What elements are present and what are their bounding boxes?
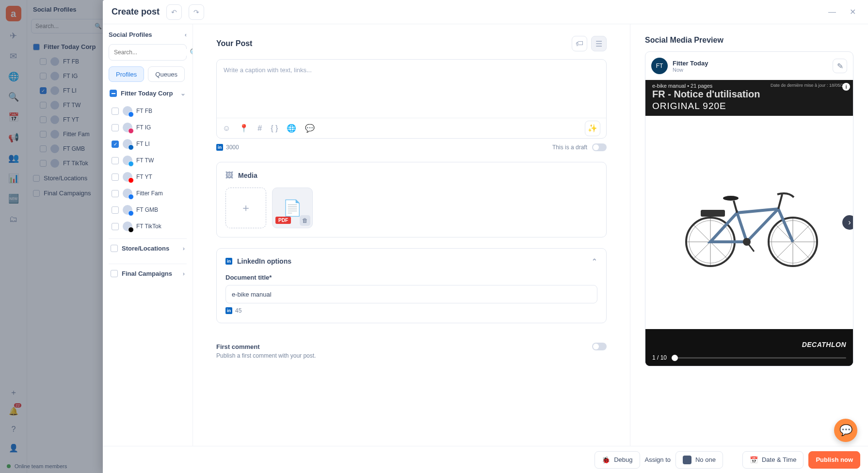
- link-icon[interactable]: 🌐: [287, 124, 296, 133]
- document-title-input[interactable]: [225, 285, 597, 303]
- profile-ft-li[interactable]: FT LI: [111, 138, 187, 150]
- svg-line-9: [694, 225, 710, 242]
- first-comment-toggle[interactable]: [592, 343, 607, 350]
- image-icon: 🖼: [225, 171, 233, 180]
- hashtag-icon[interactable]: #: [257, 124, 262, 133]
- emoji-icon[interactable]: ☺: [223, 124, 230, 133]
- draft-toggle[interactable]: [592, 143, 607, 151]
- svg-point-21: [723, 196, 739, 201]
- profile-ft-yt[interactable]: FT YT: [111, 171, 187, 183]
- preview-doc-date: Date de dernière mise à jour : 18/05/20: [771, 83, 846, 89]
- assignee-avatar-icon: [683, 456, 691, 464]
- linkedin-options-card: in LinkedIn options ⌃ Document title* in…: [216, 248, 607, 323]
- pdf-badge: PDF: [275, 217, 291, 224]
- preview-avatar: FT: [651, 58, 668, 74]
- profile-fitter-fam[interactable]: Fitter Fam: [111, 187, 187, 200]
- profiles-list: FT FB FT IG FT LI FT TW FT YT Fitter Fam…: [109, 105, 187, 233]
- first-comment-card: First comment Publish a first comment wi…: [216, 334, 607, 359]
- undo-button[interactable]: ↶: [166, 4, 182, 20]
- svg-line-23: [778, 194, 782, 209]
- tab-profiles[interactable]: Profiles: [109, 66, 144, 82]
- calendar-icon: 📅: [750, 456, 758, 464]
- close-icon[interactable]: ✕: [846, 5, 859, 19]
- modal-footer: 🐞Debug Assign to No one 📅Date & Time Pub…: [103, 446, 868, 473]
- linkedin-options-header[interactable]: in LinkedIn options ⌃: [225, 257, 597, 265]
- preview-heading: Social Media Preview: [645, 36, 853, 45]
- intercom-chat-button[interactable]: 💬: [834, 419, 857, 442]
- redo-button[interactable]: ↷: [189, 4, 204, 20]
- search-icon: 🔍: [190, 48, 193, 57]
- section-store-locations[interactable]: Store/Locations›: [109, 238, 187, 258]
- media-attachment-pdf[interactable]: 📄 PDF 🗑: [272, 188, 313, 228]
- variable-icon[interactable]: { }: [271, 124, 278, 133]
- group-fitter-today[interactable]: Fitter Today Corp ⌄: [109, 88, 187, 99]
- chat-icon[interactable]: 💬: [305, 124, 315, 133]
- svg-line-20: [734, 201, 737, 213]
- doc-title-count: 45: [235, 307, 241, 314]
- preview-timestamp: Now: [673, 67, 708, 73]
- chevron-up-icon: ⌃: [592, 257, 597, 265]
- add-media-button[interactable]: ＋: [225, 188, 266, 228]
- group-checkbox[interactable]: [110, 90, 117, 97]
- assign-to-label: Assign to: [645, 456, 671, 463]
- preview-page-image: ›: [645, 116, 853, 329]
- preview-card: FT Fitter Today Now ✎ e-bike manual • 21…: [645, 51, 853, 366]
- delete-media-button[interactable]: 🗑: [300, 215, 310, 226]
- page-slider[interactable]: [672, 357, 846, 359]
- brand-label: DECATHLON: [802, 341, 846, 348]
- date-time-button[interactable]: 📅Date & Time: [742, 451, 804, 469]
- profile-ft-tiktok[interactable]: FT TikTok: [111, 220, 187, 233]
- preview-doc-subtitle: ORIGINAL 920E: [652, 101, 846, 111]
- chevron-down-icon: ⌄: [180, 90, 186, 97]
- tag-button[interactable]: 🏷: [572, 36, 587, 51]
- location-icon[interactable]: 📍: [239, 124, 249, 133]
- svg-line-5: [710, 242, 727, 258]
- minimize-icon[interactable]: —: [825, 5, 839, 19]
- svg-line-7: [694, 242, 710, 258]
- profiles-search-input[interactable]: [114, 49, 187, 56]
- section-final-campaigns[interactable]: Final Campaigns›: [109, 264, 187, 283]
- template-button[interactable]: ☰: [591, 36, 607, 51]
- bicycle-illustration: [667, 174, 832, 271]
- create-post-modal: Create post ↶ ↷ — ✕ Social Profiles ‹ 🔍 …: [103, 0, 868, 473]
- caption-composer: Write a caption with text, links... ☺ 📍 …: [216, 59, 607, 139]
- assignee-button[interactable]: No one: [675, 451, 723, 469]
- draft-label: This is a draft: [552, 144, 587, 151]
- next-page-button[interactable]: ›: [842, 215, 853, 230]
- composer-meta: in3000 This is a draft: [216, 143, 607, 151]
- linkedin-icon: in: [225, 307, 232, 314]
- preview-column: Social Media Preview FT Fitter Today Now…: [630, 24, 868, 446]
- ai-assist-button[interactable]: ✨: [585, 121, 600, 136]
- linkedin-icon: in: [225, 258, 232, 265]
- collapse-icon[interactable]: ‹: [185, 31, 187, 38]
- bug-icon: 🐞: [602, 456, 610, 464]
- doc-title-label: Document title*: [225, 274, 597, 281]
- svg-line-15: [793, 242, 809, 258]
- svg-line-25: [747, 242, 754, 252]
- profiles-search[interactable]: 🔍: [109, 44, 187, 61]
- your-post-heading: Your Post: [216, 39, 252, 48]
- composer-toolbar: ☺ 📍 # { } 🌐 💬 ✨: [217, 118, 606, 138]
- preview-doc-meta: e-bike manual • 21 pages: [652, 83, 712, 89]
- publish-now-button[interactable]: Publish now: [808, 451, 860, 469]
- preview-doc-title: FR - Notice d'utilisation: [652, 89, 846, 100]
- profile-ft-tw[interactable]: FT TW: [111, 154, 187, 167]
- svg-line-17: [776, 242, 793, 258]
- svg-rect-22: [701, 210, 725, 217]
- profile-ft-gmb[interactable]: FT GMB: [111, 204, 187, 216]
- profiles-col-title: Social Profiles ‹: [109, 31, 187, 38]
- info-icon[interactable]: i: [842, 83, 850, 91]
- first-comment-label: First comment: [216, 343, 260, 350]
- char-counter: 3000: [226, 144, 239, 151]
- page-indicator: 1 / 10: [652, 354, 667, 361]
- profile-ft-ig[interactable]: FT IG: [111, 121, 187, 134]
- first-comment-desc: Publish a first comment with your post.: [216, 352, 607, 359]
- modal-header: Create post ↶ ↷ — ✕: [103, 0, 868, 24]
- edit-preview-button[interactable]: ✎: [833, 59, 847, 73]
- tab-queues[interactable]: Queues: [148, 66, 185, 82]
- debug-button[interactable]: 🐞Debug: [595, 451, 640, 469]
- caption-textarea[interactable]: Write a caption with text, links...: [217, 60, 606, 118]
- profile-ft-fb[interactable]: FT FB: [111, 105, 187, 117]
- preview-document: e-bike manual • 21 pages Date de dernièr…: [645, 80, 853, 366]
- linkedin-icon: in: [216, 144, 223, 151]
